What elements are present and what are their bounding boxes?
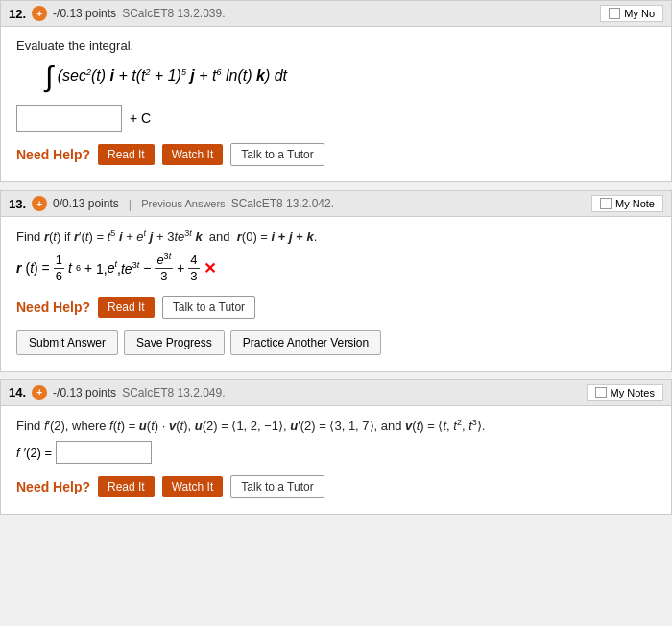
my-notes-label-12: My No [624, 8, 655, 19]
my-notes-label-13: My Note [615, 198, 655, 209]
checkbox-12 [609, 8, 620, 19]
problem-14-points: -/0.13 points [53, 386, 116, 399]
r-t-answer-row: r (t) = 16 t6 + 1,et,te3t − e3t3 + 43 ✕ [16, 252, 656, 284]
problem-12-header: 12. + -/0.13 points SCalcET8 13.2.039. M… [1, 1, 671, 27]
read-it-btn-14[interactable]: Read It [98, 476, 155, 497]
problem-12-number: 12. [9, 7, 26, 21]
watch-it-btn-14[interactable]: Watch It [162, 476, 224, 497]
need-help-label-13: Need Help? [16, 300, 90, 315]
plus-c-12: + C [130, 110, 151, 126]
problem-13-body: Find r(t) if r′(t) = t5 i + et j + 3te3t… [1, 217, 671, 371]
problem-12: 12. + -/0.13 points SCalcET8 13.2.039. M… [0, 0, 672, 182]
my-notes-btn-12[interactable]: My No [600, 5, 663, 22]
problem-14-instruction: Find f′(2), where f(t) = u(t) · v(t), u(… [16, 418, 656, 433]
practice-another-btn-13[interactable]: Practice Another Version [230, 330, 381, 355]
need-help-row-12: Need Help? Read It Watch It Talk to a Tu… [16, 143, 656, 166]
save-progress-btn-13[interactable]: Save Progress [124, 330, 225, 355]
problem-14-header: 14. + -/0.13 points SCalcET8 13.2.049. M… [1, 380, 671, 406]
problem-14-number: 14. [9, 385, 26, 399]
talk-tutor-btn-12[interactable]: Talk to a Tutor [230, 143, 324, 166]
my-notes-btn-14[interactable]: My Notes [587, 384, 663, 401]
need-help-label-14: Need Help? [16, 479, 90, 494]
submit-answer-btn-13[interactable]: Submit Answer [16, 330, 118, 355]
talk-tutor-btn-14[interactable]: Talk to a Tutor [230, 475, 324, 498]
need-help-row-14: Need Help? Read It Watch It Talk to a Tu… [16, 475, 656, 498]
integral-expression-12: (sec2(t) i + t(t2 + 1)5 j + t6 ln(t) k) … [58, 67, 287, 84]
problem-12-points: -/0.13 points [53, 7, 116, 20]
checkbox-14 [595, 387, 607, 398]
problem-14-body: Find f′(2), where f(t) = u(t) · v(t), u(… [1, 406, 671, 514]
plus-icon-12: + [32, 6, 47, 21]
read-it-btn-12[interactable]: Read It [98, 144, 155, 165]
fraction-e3t: e3t3 [155, 252, 173, 284]
fraction-1-6: 16 [54, 253, 64, 283]
fraction-4-3: 43 [188, 253, 199, 283]
problem-13: 13. + 0/0.13 points | Previous Answers S… [0, 190, 672, 372]
checkbox-13 [600, 198, 612, 209]
read-it-btn-13[interactable]: Read It [98, 297, 155, 318]
prev-answers-13: Previous Answers [141, 198, 225, 209]
problem-14-answer-row: f ′(2) = [16, 441, 656, 464]
problem-14-source: SCalcET8 13.2.049. [122, 386, 225, 399]
answer-input-14[interactable] [56, 441, 152, 464]
problem-14: 14. + -/0.13 points SCalcET8 13.2.049. M… [0, 379, 672, 515]
need-help-label-12: Need Help? [16, 147, 90, 162]
answer-input-12[interactable] [16, 105, 122, 132]
problem-12-source: SCalcET8 13.2.039. [122, 7, 225, 20]
problem-13-header: 13. + 0/0.13 points | Previous Answers S… [1, 191, 671, 217]
talk-tutor-btn-13[interactable]: Talk to a Tutor [162, 296, 255, 319]
problem-12-math: ∫ (sec2(t) i + t(t2 + 1)5 j + t6 ln(t) k… [45, 60, 656, 93]
integral-sign-12: ∫ [45, 60, 53, 92]
answer-box-row-12: + C [16, 105, 656, 132]
watch-it-btn-12[interactable]: Watch It [162, 144, 224, 165]
action-row-13: Submit Answer Save Progress Practice Ano… [16, 330, 656, 355]
wrong-mark-13: ✕ [204, 259, 216, 277]
plus-icon-14: + [32, 385, 47, 400]
problem-13-instruction: Find r(t) if r′(t) = t5 i + et j + 3te3t… [16, 229, 656, 244]
my-notes-label-14: My Notes [611, 387, 655, 398]
problem-13-source: SCalcET8 13.2.042. [231, 197, 334, 210]
my-notes-btn-13[interactable]: My Note [591, 195, 663, 212]
problem-12-instruction: Evaluate the integral. [16, 38, 656, 53]
problem-13-points: 0/0.13 points [53, 197, 119, 210]
problem-12-body: Evaluate the integral. ∫ (sec2(t) i + t(… [1, 27, 671, 181]
problem-13-number: 13. [9, 197, 26, 211]
r-t-label: r [16, 260, 21, 276]
plus-icon-13: + [32, 196, 47, 211]
need-help-row-13: Need Help? Read It Talk to a Tutor [16, 296, 656, 319]
